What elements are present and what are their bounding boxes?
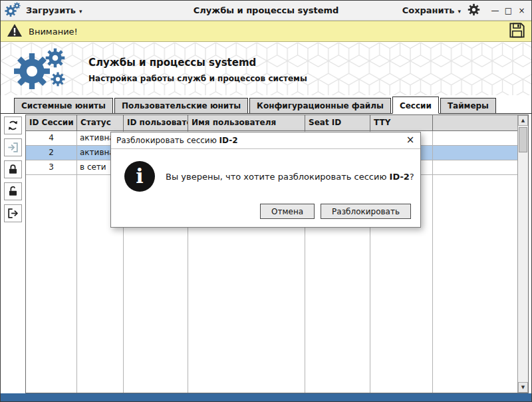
dialog-close-button[interactable]: × xyxy=(400,132,420,148)
scroll-up-button[interactable]: ▲ xyxy=(518,115,528,126)
tab-sessions[interactable]: Сессии xyxy=(392,97,439,114)
app-gears-icon xyxy=(5,1,21,19)
save-menu-button[interactable]: Сохранить ▾ xyxy=(402,5,461,15)
tab-user-units[interactable]: Пользовательские юниты xyxy=(114,98,248,114)
vertical-scrollbar[interactable]: ▲ ▼ xyxy=(517,115,528,393)
terminate-session-button[interactable] xyxy=(4,204,22,222)
logout-icon xyxy=(7,207,19,220)
session-toolbar xyxy=(1,116,25,222)
tab-timers[interactable]: Таймеры xyxy=(440,98,496,114)
warning-triangle-icon xyxy=(6,23,23,41)
dialog-titlebar: Разблокировать сессию ID-2 × xyxy=(111,132,420,149)
column-header-seat-id[interactable]: Seat ID xyxy=(305,115,370,131)
load-menu-button[interactable]: Загрузить ▾ xyxy=(26,5,82,15)
titlebar: Загрузить ▾ Службы и процессы systemd Со… xyxy=(1,1,531,21)
table-header-row: ID Сессии Статус ID пользователя Имя пол… xyxy=(26,115,517,131)
header-gears-icon xyxy=(10,45,71,95)
settings-gear-icon[interactable] xyxy=(467,3,480,18)
tab-config-files[interactable]: Конфигурационные файлы xyxy=(249,98,391,114)
column-header-user-name[interactable]: Имя пользователя xyxy=(188,115,305,131)
minimize-button[interactable]: — xyxy=(489,5,501,16)
unlock-session-dialog: Разблокировать сессию ID-2 × i Вы уверен… xyxy=(110,132,421,228)
lock-icon xyxy=(7,163,19,176)
cancel-button[interactable]: Отмена xyxy=(260,204,315,219)
tab-system-units[interactable]: Системные юниты xyxy=(14,98,113,114)
column-header-filler xyxy=(433,115,517,131)
refresh-icon xyxy=(7,119,19,132)
tab-bar: Системные юниты Пользовательские юниты К… xyxy=(1,95,531,114)
page-title: Службы и процессы systemd xyxy=(88,57,307,69)
column-header-status[interactable]: Статус xyxy=(77,115,124,131)
dialog-message: Вы уверены, что хотите разблокировать се… xyxy=(166,172,414,182)
dialog-body: i Вы уверены, что хотите разблокировать … xyxy=(111,149,420,204)
save-file-icon[interactable] xyxy=(508,21,526,41)
scrollbar-thumb[interactable] xyxy=(519,127,527,152)
lock-session-button[interactable] xyxy=(4,160,22,178)
load-menu-label: Загрузить xyxy=(26,5,76,15)
dropdown-arrow-icon: ▾ xyxy=(79,8,82,15)
dialog-button-row: Отмена Разблокировать xyxy=(111,204,420,227)
scroll-down-button[interactable]: ▼ xyxy=(518,382,528,393)
warning-bar: Внимание! xyxy=(1,21,531,42)
unlock-session-button[interactable] xyxy=(4,182,22,200)
attach-session-button[interactable] xyxy=(4,138,22,156)
dropdown-arrow-icon: ▾ xyxy=(458,8,461,15)
save-menu-label: Сохранить xyxy=(402,5,455,15)
maximize-button[interactable]: □ xyxy=(503,5,514,16)
refresh-button[interactable] xyxy=(4,116,22,134)
bottom-accent-bar xyxy=(1,393,531,401)
column-header-user-id[interactable]: ID пользователя xyxy=(124,115,188,131)
info-icon: i xyxy=(124,161,155,192)
window-title: Службы и процессы systemd xyxy=(194,5,339,15)
column-header-tty[interactable]: TTY xyxy=(370,115,433,131)
unlock-icon xyxy=(7,185,19,198)
dialog-title: Разблокировать сессию ID-2 xyxy=(116,136,238,145)
unlock-button[interactable]: Разблокировать xyxy=(321,204,411,219)
page-subtitle: Настройка работы служб и процессов систе… xyxy=(88,74,307,83)
app-header: Службы и процессы systemd Настройка рабо… xyxy=(1,43,531,95)
warning-label: Внимание! xyxy=(29,27,78,37)
app-window: Загрузить ▾ Службы и процессы systemd Со… xyxy=(0,0,532,402)
column-header-session-id[interactable]: ID Сессии xyxy=(26,115,77,131)
close-button[interactable]: × xyxy=(516,5,527,16)
attach-session-icon xyxy=(7,141,19,154)
